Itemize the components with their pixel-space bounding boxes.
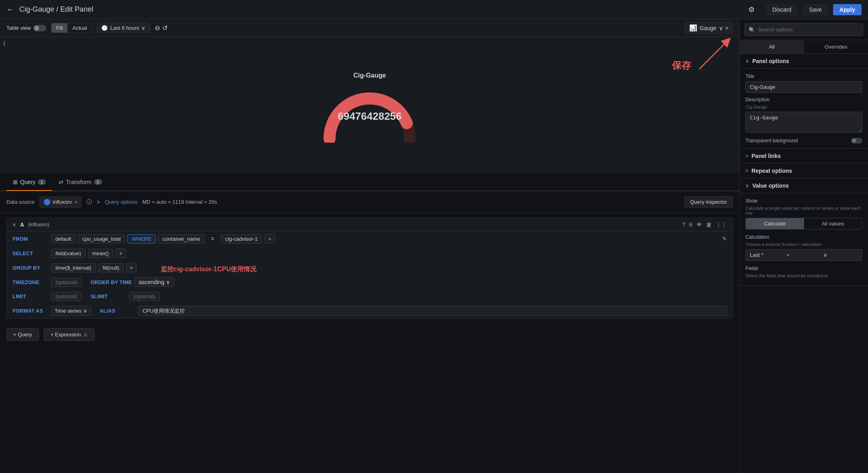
slimit-input[interactable]: (optional) [129, 292, 160, 301]
where-value-chip[interactable]: cig-cadvisor-1 [221, 234, 262, 244]
query-copy-button[interactable]: ⎘ [689, 221, 692, 228]
add-query-button[interactable]: + Query [6, 328, 39, 341]
query-help-button[interactable]: ? [682, 221, 685, 228]
query-collapse-button[interactable]: ∨ [12, 222, 16, 227]
zoom-controls: ⊖ ↺ [155, 24, 168, 32]
query-tab-badge: 1 [38, 179, 46, 185]
panel-type-selector[interactable]: 📊 Gauge ∨ > [685, 22, 733, 34]
from-measurement-chip[interactable]: cpu_usage_total [78, 234, 125, 244]
calculation-value: Last * [750, 252, 784, 258]
datasource-row: Data source influxsrv ∨ ⓘ > Query option… [0, 191, 739, 213]
panel-links-chevron: > [745, 153, 748, 159]
calculation-selector[interactable]: Last * × ∨ [745, 249, 862, 261]
value-options-title: Value options [752, 182, 789, 189]
save-button[interactable]: Save [802, 4, 828, 15]
where-add-button[interactable]: + [264, 234, 275, 244]
limit-input[interactable]: (optional) [51, 292, 82, 301]
query-tab-icon: ⊞ [13, 179, 18, 185]
search-box: 🔍 [740, 19, 868, 40]
format-selector[interactable]: Time series ∨ [51, 306, 91, 316]
refresh-button[interactable]: ↺ [162, 24, 168, 32]
discard-button[interactable]: Discard [766, 4, 798, 15]
panel-arrow-icon: > [725, 25, 729, 31]
viz-title: Cig-Gauge [354, 72, 386, 79]
tab-transform[interactable]: ⇄ Transform 0 [52, 174, 108, 191]
orderby-value: ascending [139, 279, 164, 285]
info-icon: ℹ [3, 40, 5, 47]
table-view-toggle[interactable]: Table view [6, 25, 46, 31]
apply-button[interactable]: Apply [833, 4, 862, 15]
datasource-label: Data source [6, 199, 35, 205]
all-values-button[interactable]: All values [804, 218, 862, 229]
zoom-out-button[interactable]: ⊖ [155, 24, 160, 32]
add-expression-button[interactable]: + Expression ⚠ [44, 328, 95, 341]
repeat-options-header[interactable]: > Repeat options [740, 164, 868, 178]
query-drag-button[interactable]: ⋮⋮ [716, 221, 727, 228]
add-query-row: + Query + Expression ⚠ [0, 324, 739, 346]
timezone-input[interactable]: (optional) [51, 278, 82, 287]
panel-type-label: Gauge [700, 25, 717, 31]
calculation-clear-button[interactable]: × [787, 252, 821, 258]
panel-content: ∨ Panel options Title Description Cig-Ga… [740, 54, 868, 473]
timezone-orderby-row: TIMEZONE (optional) ORDER BY TIME ascend… [7, 275, 733, 289]
svg-line-0 [699, 41, 727, 69]
panel-links-title: Panel links [751, 153, 781, 159]
tab-overrides[interactable]: Overrides [804, 40, 868, 53]
time-range-label: Last 6 hours [110, 25, 139, 31]
from-label: FROM [12, 236, 49, 242]
value-options-header[interactable]: ∨ Value options [740, 178, 868, 193]
select-field-chip[interactable]: field(value) [51, 249, 86, 258]
settings-button[interactable]: ⚙ [742, 3, 761, 16]
title-input[interactable] [745, 81, 862, 93]
alias-input[interactable] [138, 306, 727, 316]
groupby-add-button[interactable]: + [126, 263, 137, 272]
time-range-picker[interactable]: 🕐 Last 6 hours ∨ [97, 23, 150, 33]
transparent-bg-label: Transparent background [745, 138, 798, 143]
select-fn-chip[interactable]: mean() [88, 249, 113, 258]
timezone-label: TIMEZONE [12, 279, 49, 285]
fill-actual-toggle[interactable]: Fill Actual [51, 23, 92, 33]
datasource-info-button[interactable]: ⓘ [86, 199, 92, 206]
groupby-row: GROUP BY time($_interval) fill(null) + [7, 260, 733, 275]
query-block-a: ∨ A (influxsrv) ? ⎘ 👁 🗑 ⋮⋮ FROM default [6, 218, 733, 319]
datasource-selector[interactable]: influxsrv ∨ [39, 197, 82, 208]
back-button[interactable]: ← [6, 5, 14, 14]
gauge-value: 69476428256 [338, 110, 401, 123]
actual-button[interactable]: Actual [68, 23, 92, 33]
where-field-chip[interactable]: container_name [158, 234, 205, 244]
format-value: Time series [55, 308, 82, 314]
topbar: ← Cig-Gauge / Edit Panel ⚙ Discard Save … [0, 0, 868, 19]
select-add-button[interactable]: + [116, 248, 126, 258]
calculate-button[interactable]: Calculate [746, 218, 804, 229]
tab-query[interactable]: ⊞ Query 1 [6, 174, 52, 191]
show-label: Show [745, 198, 862, 204]
panel-options-header[interactable]: ∨ Panel options [740, 54, 868, 69]
from-edit-button[interactable]: ✎ [722, 235, 727, 242]
format-chevron: ∨ [83, 308, 87, 314]
select-row: SELECT field(value) mean() + [7, 246, 733, 260]
search-input[interactable] [745, 23, 863, 36]
groupby-fill-chip[interactable]: fill(null) [98, 263, 124, 272]
orderby-selector[interactable]: ascending ∨ [134, 277, 174, 287]
query-options-link[interactable]: Query options [105, 199, 137, 205]
add-expr-label: + Expression [51, 332, 81, 338]
panel-options-title: Panel options [752, 58, 789, 64]
table-view-switch[interactable] [33, 25, 46, 31]
transparent-bg-row: Transparent background [745, 138, 862, 143]
right-panel: 🔍 All Overrides ∨ Panel options Title De… [739, 19, 868, 473]
query-actions: ? ⎘ 👁 🗑 ⋮⋮ [682, 221, 727, 228]
panel-links-header[interactable]: > Panel links [740, 149, 868, 164]
query-trash-button[interactable]: 🗑 [706, 221, 712, 228]
query-inspector-button[interactable]: Query inspector [684, 196, 733, 208]
groupby-time-chip[interactable]: time($_interval) [51, 263, 96, 272]
fill-button[interactable]: Fill [51, 23, 68, 33]
value-options-body: Show Calculate a single value per column… [740, 193, 868, 286]
from-db-chip[interactable]: default [51, 234, 76, 244]
tab-all[interactable]: All [740, 40, 804, 53]
description-textarea[interactable]: Cig-Gauge [745, 112, 862, 133]
transparent-bg-toggle[interactable] [851, 138, 862, 143]
page-title: Cig-Gauge / Edit Panel [19, 5, 737, 14]
where-eq: = [207, 234, 218, 243]
query-eye-button[interactable]: 👁 [696, 221, 702, 228]
limit-slimit-row: LIMIT (optional) SLIMIT (optional) [7, 289, 733, 303]
